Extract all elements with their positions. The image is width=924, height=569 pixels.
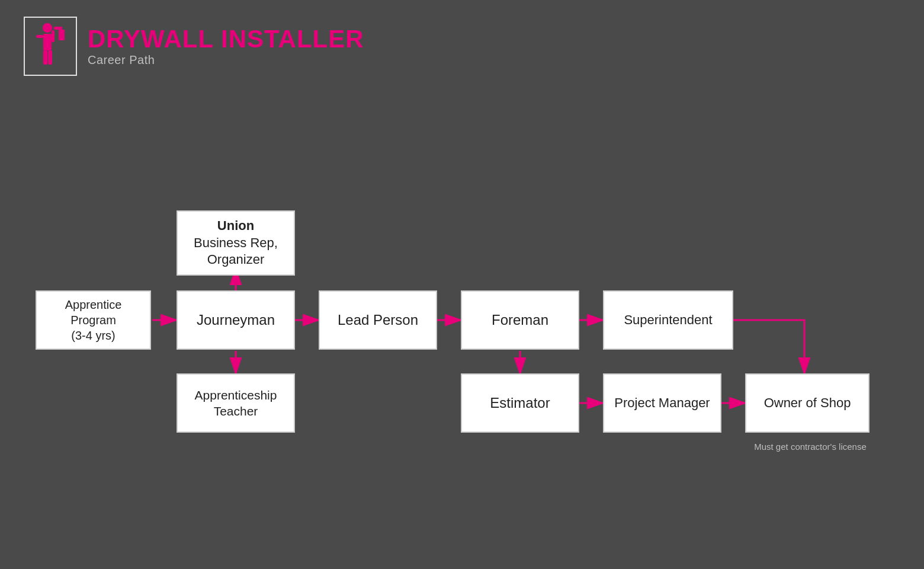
page-subtitle: Career Path: [88, 53, 364, 67]
project-manager-box: Project Manager: [603, 373, 721, 433]
apprentice-program-line2: Program: [65, 312, 122, 328]
journeyman-box: Journeyman: [177, 290, 295, 350]
svg-rect-2: [43, 50, 47, 65]
svg-point-0: [43, 23, 52, 33]
union-label-line3: Organizer: [194, 251, 278, 268]
project-manager-label: Project Manager: [614, 395, 710, 412]
foreman-label: Foreman: [492, 311, 548, 329]
contractor-note: Must get contractor's license: [745, 442, 875, 452]
svg-rect-5: [52, 30, 54, 42]
union-label-line2: Business Rep,: [194, 235, 278, 252]
svg-rect-6: [54, 27, 62, 30]
svg-rect-7: [59, 30, 65, 40]
lead-person-label: Lead Person: [338, 311, 418, 329]
foreman-box: Foreman: [461, 290, 579, 350]
svg-rect-3: [48, 50, 52, 65]
header: DRYWALL INSTALLER Career Path: [24, 17, 364, 76]
lead-person-box: Lead Person: [319, 290, 437, 350]
superintendent-label: Superintendent: [624, 312, 712, 329]
apprenticeship-teacher-line1: Apprenticeship: [195, 387, 277, 403]
svg-rect-4: [36, 35, 43, 38]
apprentice-program-line1: Apprentice: [65, 297, 122, 312]
page-title: DRYWALL INSTALLER: [88, 25, 364, 53]
superintendent-box: Superintendent: [603, 290, 733, 350]
apprentice-program-box: Apprentice Program (3-4 yrs): [36, 290, 151, 350]
header-icon-box: [24, 17, 77, 76]
owner-of-shop-label: Owner of Shop: [764, 395, 851, 412]
union-box: Union Business Rep, Organizer: [177, 210, 295, 276]
union-label-line1: Union: [194, 218, 278, 235]
apprenticeship-teacher-line2: Teacher: [195, 403, 277, 419]
estimator-label: Estimator: [490, 394, 550, 412]
apprentice-program-line3: (3-4 yrs): [65, 328, 122, 343]
journeyman-label: Journeyman: [197, 311, 275, 329]
header-text: DRYWALL INSTALLER Career Path: [88, 25, 364, 66]
apprenticeship-teacher-box: Apprenticeship Teacher: [177, 373, 295, 433]
owner-of-shop-box: Owner of Shop: [745, 373, 870, 433]
drywall-installer-icon: [33, 22, 68, 71]
estimator-box: Estimator: [461, 373, 579, 433]
svg-rect-1: [43, 34, 52, 50]
career-diagram: Union Business Rep, Organizer Apprentice…: [0, 119, 924, 545]
